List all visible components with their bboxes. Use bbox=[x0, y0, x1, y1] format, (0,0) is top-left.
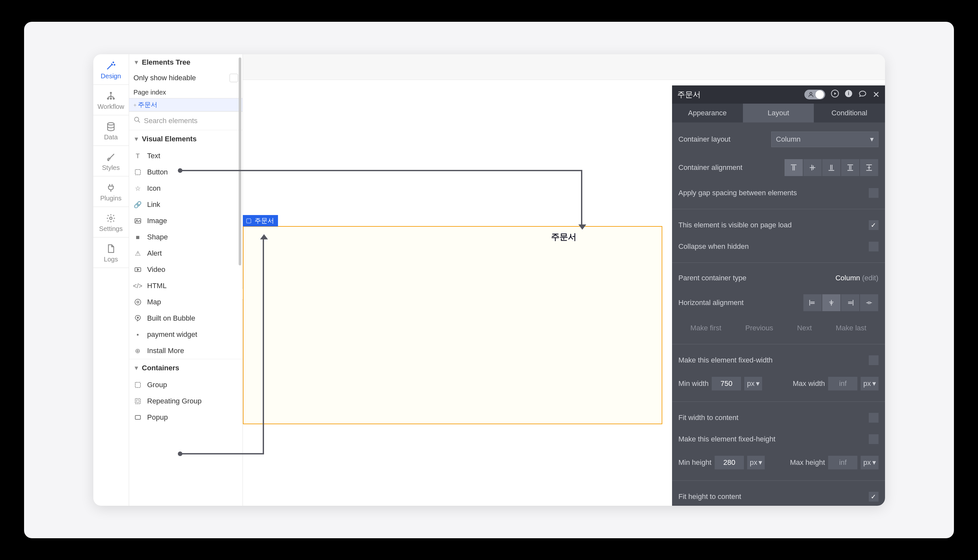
bubble-icon bbox=[134, 315, 142, 322]
element-alert[interactable]: ⚠Alert bbox=[129, 245, 242, 262]
tree-node-selected[interactable]: +주문서 bbox=[129, 98, 242, 112]
fit-width-checkbox[interactable] bbox=[869, 413, 879, 423]
halign-center-icon[interactable] bbox=[822, 294, 841, 312]
min-height-input[interactable]: 280 bbox=[715, 456, 744, 469]
tab-appearance[interactable]: Appearance bbox=[672, 103, 743, 122]
svg-point-5 bbox=[110, 217, 112, 220]
fixed-width-checkbox[interactable] bbox=[869, 355, 879, 365]
nav-label: Plugins bbox=[100, 195, 122, 202]
label-visible: This element is visible on page load bbox=[679, 221, 792, 229]
nav-item-settings[interactable]: Settings bbox=[93, 207, 129, 237]
property-panel-title: 주문서 bbox=[677, 89, 700, 100]
element-icon[interactable]: ☆Icon bbox=[129, 180, 242, 197]
text-icon: T bbox=[134, 152, 142, 160]
element-text[interactable]: TText bbox=[129, 148, 242, 164]
element-payment-widget[interactable]: ▪payment widget bbox=[129, 327, 242, 343]
nav-label: Design bbox=[101, 72, 121, 80]
previous-button[interactable]: Previous bbox=[745, 324, 773, 332]
min-width-input[interactable]: 750 bbox=[712, 377, 741, 390]
element-button[interactable]: Button bbox=[129, 164, 242, 180]
svg-point-1 bbox=[107, 97, 109, 99]
visible-checkbox[interactable] bbox=[869, 220, 879, 230]
label-parent-type: Parent container type bbox=[679, 274, 747, 282]
nav-item-workflow[interactable]: Workflow bbox=[93, 85, 129, 115]
chevron-down-icon: ▾ bbox=[756, 379, 759, 388]
property-panel: 주문서 i ✕ Appearance Layout bbox=[672, 85, 885, 506]
group-icon bbox=[246, 218, 252, 224]
gap-checkbox[interactable] bbox=[869, 188, 879, 198]
element-image[interactable]: Image bbox=[129, 213, 242, 229]
next-button[interactable]: Next bbox=[797, 324, 812, 332]
max-height-input[interactable]: inf bbox=[828, 456, 858, 469]
annotation-arrowhead bbox=[578, 225, 586, 230]
make-first-button[interactable]: Make first bbox=[690, 324, 721, 332]
nav-label: Logs bbox=[104, 256, 118, 263]
selected-element-outline[interactable] bbox=[243, 226, 662, 424]
close-icon[interactable]: ✕ bbox=[873, 90, 880, 100]
max-height-unit[interactable]: px▾ bbox=[861, 456, 878, 469]
tab-layout[interactable]: Layout bbox=[743, 103, 814, 122]
search-elements[interactable]: Search elements bbox=[129, 112, 242, 130]
halign-stretch-icon[interactable] bbox=[860, 294, 879, 312]
play-icon[interactable] bbox=[831, 90, 839, 99]
align-stretch-icon[interactable] bbox=[841, 159, 860, 177]
element-map[interactable]: Map bbox=[129, 294, 242, 310]
scrollbar-thumb[interactable] bbox=[239, 57, 241, 265]
element-video[interactable]: Video bbox=[129, 262, 242, 278]
align-vcenter-icon[interactable] bbox=[803, 159, 822, 177]
container-layout-select[interactable]: Column ▾ bbox=[771, 132, 879, 147]
element-install-more[interactable]: ⊕Install More bbox=[129, 343, 242, 359]
nav-item-data[interactable]: Data bbox=[93, 115, 129, 146]
nav-item-logs[interactable]: Logs bbox=[93, 237, 129, 268]
selected-element-tag[interactable]: 주문서 bbox=[243, 215, 278, 227]
align-top-icon[interactable] bbox=[784, 159, 803, 177]
video-icon bbox=[134, 266, 142, 273]
element-html[interactable]: </>HTML bbox=[129, 278, 242, 294]
nav-item-styles[interactable]: Styles bbox=[93, 146, 129, 177]
svg-rect-17 bbox=[135, 415, 140, 419]
group-icon bbox=[134, 381, 142, 389]
halign-right-icon[interactable] bbox=[841, 294, 860, 312]
label-h-align: Horizontal alignment bbox=[679, 298, 744, 307]
fit-height-checkbox[interactable] bbox=[869, 492, 879, 502]
min-width-unit[interactable]: px▾ bbox=[744, 377, 762, 390]
responsive-toggle[interactable] bbox=[804, 90, 825, 99]
only-show-hideable-checkbox[interactable] bbox=[229, 74, 238, 82]
tab-conditional[interactable]: Conditional bbox=[814, 103, 885, 122]
nav-label: Settings bbox=[99, 225, 122, 233]
element-popup[interactable]: Popup bbox=[129, 409, 242, 425]
collapse-checkbox[interactable] bbox=[869, 242, 879, 252]
halign-left-icon[interactable] bbox=[803, 294, 822, 312]
nav-item-design[interactable]: Design bbox=[93, 54, 129, 85]
fixed-height-checkbox[interactable] bbox=[869, 434, 879, 444]
nav-label: Data bbox=[104, 133, 118, 141]
parent-edit-link[interactable]: (edit) bbox=[862, 274, 878, 282]
element-group[interactable]: Group bbox=[129, 377, 242, 393]
comment-icon[interactable] bbox=[858, 89, 867, 100]
align-bottom-icon[interactable] bbox=[822, 159, 841, 177]
plus-icon: + bbox=[134, 102, 137, 108]
label-max-height: Max height bbox=[790, 458, 825, 467]
element-bubble[interactable]: Built on Bubble bbox=[129, 310, 242, 327]
make-last-button[interactable]: Make last bbox=[836, 324, 866, 332]
element-shape[interactable]: ■Shape bbox=[129, 229, 242, 245]
max-width-input[interactable]: inf bbox=[828, 377, 858, 390]
alert-icon: ⚠ bbox=[134, 250, 142, 257]
nav-item-plugins[interactable]: Plugins bbox=[93, 177, 129, 207]
align-space-icon[interactable] bbox=[860, 159, 879, 177]
svg-rect-7 bbox=[135, 170, 140, 175]
tree-node-page[interactable]: Page index bbox=[129, 87, 242, 98]
visual-elements-header[interactable]: ▼ Visual Elements bbox=[129, 130, 242, 148]
info-icon[interactable]: i bbox=[845, 90, 853, 99]
chevron-down-icon: ▾ bbox=[872, 379, 876, 388]
element-repeating-group[interactable]: Repeating Group bbox=[129, 393, 242, 409]
min-height-unit[interactable]: px▾ bbox=[747, 456, 765, 469]
wand-icon bbox=[106, 61, 116, 70]
containers-header[interactable]: ▼ Containers bbox=[129, 359, 242, 377]
label-min-width: Min width bbox=[679, 379, 709, 388]
element-link[interactable]: 🔗Link bbox=[129, 197, 242, 213]
search-icon bbox=[134, 116, 141, 125]
label-fixed-height: Make this element fixed-height bbox=[679, 435, 776, 443]
elements-tree-header[interactable]: ▼ Elements Tree bbox=[129, 54, 242, 70]
max-width-unit[interactable]: px▾ bbox=[861, 377, 878, 390]
